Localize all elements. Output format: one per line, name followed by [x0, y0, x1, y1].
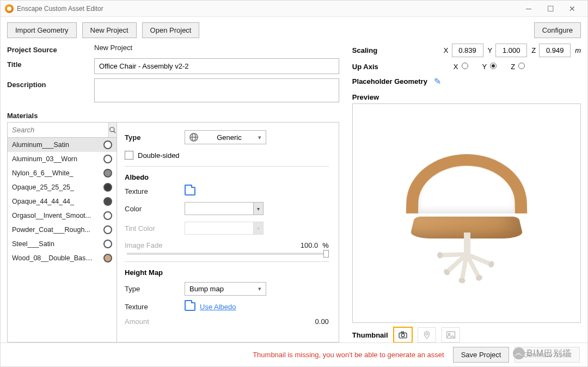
heightmap-heading: Height Map [125, 268, 329, 277]
material-name: Aluminum___Satin [12, 141, 69, 149]
thumbnail-camera-button[interactable] [394, 327, 412, 342]
description-label: Description [7, 78, 94, 89]
app-logo-icon [5, 4, 14, 13]
material-name: Steel___Satin [12, 240, 54, 248]
warning-text: Thumbnail is missing, you won't be able … [253, 351, 444, 359]
material-swatch-icon [103, 140, 112, 149]
amount-label: Amount [125, 317, 185, 326]
chevron-down-icon: ▾ [253, 222, 263, 234]
material-type-select[interactable]: Generic ▾ [185, 130, 266, 144]
material-search-input[interactable] [8, 123, 108, 137]
window-title: Enscape Custom Asset Editor [17, 5, 103, 13]
scaling-label: Scaling [352, 46, 439, 54]
new-project-button[interactable]: New Project [82, 22, 137, 38]
material-name: Wood_08__Double_Bask... [12, 254, 94, 262]
use-albedo-link[interactable]: Use Albedo [200, 303, 236, 311]
minimize-button[interactable]: ─ [518, 1, 540, 16]
import-geometry-button[interactable]: Import Geometry [7, 22, 77, 38]
folder-icon[interactable] [185, 187, 195, 195]
up-axis-label: Up Axis [352, 63, 439, 71]
materials-heading: Materials [7, 112, 339, 120]
image-fade-value: 100.0 [287, 241, 318, 249]
tint-color-label: Tint Color [125, 224, 185, 233]
preview-model [390, 132, 543, 295]
preview-viewport[interactable] [352, 103, 581, 323]
material-swatch-icon [103, 225, 112, 234]
heightmap-type-select[interactable]: Bump map ▾ [185, 282, 266, 296]
albedo-heading: Albedo [125, 173, 329, 181]
material-name: Aluminum_03__Worn [12, 155, 77, 163]
toolbar: Import Geometry New Project Open Project… [1, 17, 587, 44]
thumbnail-image-button[interactable] [442, 327, 460, 342]
description-input[interactable] [94, 78, 339, 102]
title-input[interactable] [94, 58, 339, 74]
svg-point-5 [426, 333, 428, 335]
scaling-unit: m [575, 46, 581, 54]
material-item[interactable]: Orgasol__Invent_Smoot... [8, 209, 117, 223]
material-item[interactable]: Nylon_6_6__White_ [8, 166, 117, 180]
svg-point-0 [110, 127, 114, 131]
material-item[interactable]: Opaque_25_25_25_ [8, 180, 117, 194]
color-label: Color [125, 205, 185, 213]
texture-label: Texture [125, 187, 185, 195]
footer: Thumbnail is missing, you won't be able … [1, 342, 587, 366]
close-button[interactable]: ✕ [561, 1, 583, 16]
placeholder-geometry-label: Placeholder Geometry [352, 77, 427, 85]
material-swatch-icon [103, 254, 112, 262]
material-name: Opaque_25_25_25_ [12, 184, 74, 191]
thumbnail-location-button[interactable] [418, 327, 436, 342]
material-item[interactable]: Powder_Coat___Rough... [8, 223, 117, 237]
globe-icon [189, 133, 198, 142]
material-item[interactable]: Aluminum___Satin [8, 138, 117, 152]
tint-color-picker[interactable]: ▾ [185, 222, 264, 235]
preview-label: Preview [352, 93, 581, 101]
svg-point-3 [401, 334, 405, 337]
amount-value: 0.00 [298, 317, 329, 326]
scaling-z-input[interactable] [539, 44, 571, 57]
up-axis-y-radio[interactable] [490, 63, 497, 69]
material-swatch-icon [103, 169, 112, 178]
project-source-label: Project Source [7, 44, 94, 54]
double-sided-checkbox[interactable] [125, 151, 133, 160]
material-type-value: Generic [217, 133, 242, 142]
app-window: Enscape Custom Asset Editor ─ ☐ ✕ Import… [0, 0, 588, 367]
color-picker[interactable]: ▾ [185, 202, 264, 215]
title-label: Title [7, 58, 94, 69]
maximize-button[interactable]: ☐ [540, 1, 561, 16]
double-sided-label: Double-sided [138, 151, 180, 160]
svg-line-1 [114, 131, 116, 133]
materials-panel: Aluminum___SatinAluminum_03__WornNylon_6… [7, 122, 339, 342]
image-fade-label: Image Fade [125, 241, 185, 249]
pencil-icon[interactable]: ✎ [434, 76, 441, 87]
folder-icon[interactable] [185, 302, 195, 311]
search-icon[interactable] [108, 123, 117, 137]
material-name: Opaque_44_44_44_ [12, 198, 74, 205]
image-fade-unit: % [322, 241, 329, 249]
material-item[interactable]: Opaque_44_44_44_ [8, 194, 117, 209]
open-project-button[interactable]: Open Project [142, 22, 200, 38]
scaling-x-input[interactable] [452, 44, 483, 57]
up-axis-z-radio[interactable] [518, 63, 525, 69]
material-item[interactable]: Wood_08__Double_Bask... [8, 251, 117, 265]
image-fade-slider[interactable] [127, 253, 327, 255]
up-axis-x-radio[interactable] [462, 63, 468, 69]
material-item[interactable]: Steel___Satin [8, 237, 117, 251]
material-swatch-icon [103, 197, 112, 206]
generate-asset-button[interactable]: Generate Asset [514, 347, 580, 363]
heightmap-type-label: Type [125, 285, 185, 293]
scaling-y-input[interactable] [495, 44, 527, 57]
material-swatch-icon [103, 240, 112, 248]
project-source-value: New Project [94, 44, 339, 52]
material-item[interactable]: Aluminum_03__Worn [8, 152, 117, 166]
titlebar: Enscape Custom Asset Editor ─ ☐ ✕ [1, 1, 587, 17]
material-list: Aluminum___SatinAluminum_03__WornNylon_6… [8, 138, 117, 342]
heightmap-texture-label: Texture [125, 303, 185, 311]
configure-button[interactable]: Configure [534, 22, 581, 38]
heightmap-type-value: Bump map [189, 285, 224, 293]
material-swatch-icon [103, 183, 112, 192]
thumbnail-label: Thumbnail [352, 331, 388, 339]
type-label: Type [125, 133, 185, 142]
svg-rect-4 [401, 332, 403, 333]
material-list-panel: Aluminum___SatinAluminum_03__WornNylon_6… [8, 123, 117, 342]
save-project-button[interactable]: Save Project [453, 347, 510, 363]
